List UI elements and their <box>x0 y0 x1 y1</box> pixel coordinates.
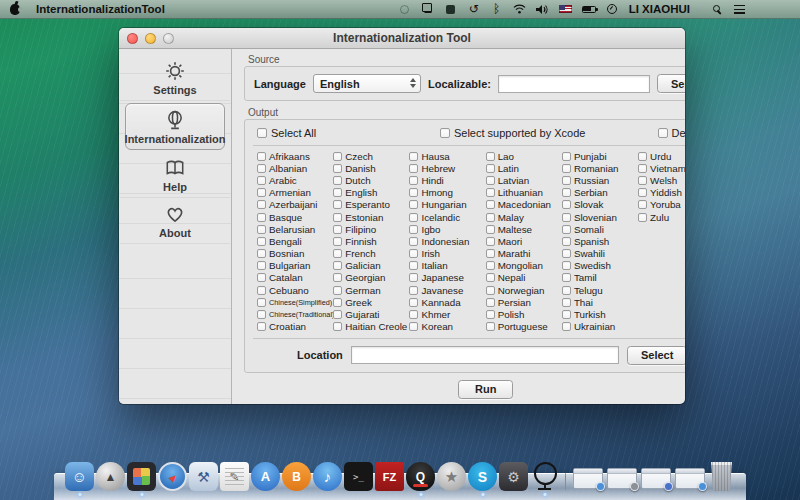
app-menu-title[interactable]: InternationalizationTool <box>36 3 165 15</box>
spotlight-search-icon[interactable] <box>709 2 723 16</box>
checkbox-icon[interactable] <box>333 200 342 209</box>
checkbox-icon[interactable] <box>257 237 266 246</box>
checkbox-icon[interactable] <box>562 286 571 295</box>
checkbox-icon[interactable] <box>409 188 418 197</box>
language-checkbox-hebrew[interactable]: Hebrew <box>409 163 485 174</box>
language-checkbox-italian[interactable]: Italian <box>409 260 485 271</box>
checkbox-icon[interactable] <box>638 213 647 222</box>
checkbox-icon[interactable] <box>257 261 266 270</box>
language-checkbox-icelandic[interactable]: Icelandic <box>409 212 485 223</box>
checkbox-icon[interactable] <box>486 200 495 209</box>
apple-menu-icon[interactable] <box>10 4 20 15</box>
dashboard-dock-icon[interactable] <box>127 462 156 491</box>
language-checkbox-chinese-traditional-[interactable]: Chinese(Traditional) <box>257 310 333 319</box>
language-checkbox-macedonian[interactable]: Macedonian <box>486 199 562 210</box>
checkbox-icon[interactable] <box>257 225 266 234</box>
checkbox-icon[interactable] <box>333 188 342 197</box>
checkbox-icon[interactable] <box>562 200 571 209</box>
language-checkbox-marathi[interactable]: Marathi <box>486 248 562 259</box>
time-machine-icon[interactable]: ↺ <box>467 2 481 16</box>
minimized-window-2[interactable] <box>607 468 637 489</box>
checkbox-icon[interactable] <box>333 286 342 295</box>
language-checkbox-finnish[interactable]: Finnish <box>333 236 409 247</box>
checkbox-icon[interactable] <box>257 176 266 185</box>
checkbox-icon[interactable] <box>638 200 647 209</box>
checkbox-icon[interactable] <box>486 298 495 307</box>
checkbox-icon[interactable] <box>486 188 495 197</box>
language-checkbox-english[interactable]: English <box>333 187 409 198</box>
star-dock-icon[interactable]: ★ <box>437 462 466 491</box>
checkbox-icon[interactable] <box>486 310 495 319</box>
checkbox-icon[interactable] <box>257 273 266 282</box>
language-checkbox-dutch[interactable]: Dutch <box>333 175 409 186</box>
checkbox-icon[interactable] <box>562 298 571 307</box>
checkbox-icon[interactable] <box>257 249 266 258</box>
language-checkbox-welsh[interactable]: Welsh <box>638 175 685 186</box>
language-checkbox-galician[interactable]: Galician <box>333 260 409 271</box>
language-checkbox-danish[interactable]: Danish <box>333 163 409 174</box>
minimized-window-4[interactable] <box>675 468 705 489</box>
finder-dock-icon[interactable]: ☺ <box>65 462 94 491</box>
input-method-icon[interactable] <box>444 2 458 16</box>
user-menu[interactable]: LI XIAOHUI <box>629 3 690 15</box>
language-checkbox-filipino[interactable]: Filipino <box>333 224 409 235</box>
localizable-input[interactable] <box>498 75 650 93</box>
language-checkbox-latin[interactable]: Latin <box>486 163 562 174</box>
language-checkbox-bengali[interactable]: Bengali <box>257 236 333 247</box>
minimized-window-1[interactable] <box>573 468 603 489</box>
checkbox-icon[interactable] <box>562 273 571 282</box>
language-checkbox-afrikaans[interactable]: Afrikaans <box>257 151 333 162</box>
checkbox-icon[interactable] <box>638 188 647 197</box>
language-checkbox-albanian[interactable]: Albanian <box>257 163 333 174</box>
checkbox-icon[interactable] <box>257 286 266 295</box>
checkbox-icon[interactable] <box>562 249 571 258</box>
sidebar-item-help[interactable]: Help <box>120 152 230 198</box>
language-checkbox-igbo[interactable]: Igbo <box>409 224 485 235</box>
checkbox-icon[interactable] <box>257 164 266 173</box>
checkbox-icon[interactable] <box>562 261 571 270</box>
language-checkbox-indonesian[interactable]: Indonesian <box>409 236 485 247</box>
language-checkbox-thai[interactable]: Thai <box>562 297 638 308</box>
language-checkbox-maori[interactable]: Maori <box>486 236 562 247</box>
sidebar-item-about[interactable]: About <box>120 198 230 244</box>
language-checkbox-persian[interactable]: Persian <box>486 297 562 308</box>
checkbox-icon[interactable] <box>562 213 571 222</box>
language-popup[interactable]: English <box>313 74 421 93</box>
language-checkbox-basque[interactable]: Basque <box>257 212 333 223</box>
minimized-window-3[interactable] <box>641 468 671 489</box>
checkbox-icon[interactable] <box>638 176 647 185</box>
appstore-dock-icon[interactable]: A <box>251 462 280 491</box>
checkbox-icon[interactable] <box>333 261 342 270</box>
checkbox-icon[interactable] <box>562 176 571 185</box>
bluetooth-icon[interactable]: ᛒ <box>490 2 504 16</box>
language-checkbox-lithuanian[interactable]: Lithuanian <box>486 187 562 198</box>
checkbox-icon[interactable] <box>440 128 450 138</box>
language-checkbox-hungarian[interactable]: Hungarian <box>409 199 485 210</box>
language-checkbox-spanish[interactable]: Spanish <box>562 236 638 247</box>
checkbox-icon[interactable] <box>409 273 418 282</box>
checkbox-icon[interactable] <box>409 286 418 295</box>
location-select-button[interactable]: Select <box>627 346 685 365</box>
volume-icon[interactable] <box>536 2 550 16</box>
language-checkbox-punjabi[interactable]: Punjabi <box>562 151 638 162</box>
language-checkbox-vietnamese[interactable]: Vietnamese <box>638 163 685 174</box>
language-checkbox-irish[interactable]: Irish <box>409 248 485 259</box>
checkbox-icon[interactable] <box>562 237 571 246</box>
checkbox-icon[interactable] <box>486 322 495 331</box>
language-checkbox-malay[interactable]: Malay <box>486 212 562 223</box>
checkbox-icon[interactable] <box>257 152 266 161</box>
language-checkbox-romanian[interactable]: Romanian <box>562 163 638 174</box>
window-titlebar[interactable]: Internationalization Tool <box>119 28 685 49</box>
language-checkbox-khmer[interactable]: Khmer <box>409 309 485 320</box>
checkbox-icon[interactable] <box>409 298 418 307</box>
language-checkbox-german[interactable]: German <box>333 285 409 296</box>
language-checkbox-estonian[interactable]: Estonian <box>333 212 409 223</box>
language-checkbox-hindi[interactable]: Hindi <box>409 175 485 186</box>
checkbox-icon[interactable] <box>409 200 418 209</box>
language-checkbox-serbian[interactable]: Serbian <box>562 187 638 198</box>
checkbox-icon[interactable] <box>486 273 495 282</box>
checkbox-icon[interactable] <box>257 322 266 331</box>
qq-dock-icon[interactable]: Q <box>406 462 435 491</box>
localizable-select-button[interactable]: Select <box>657 74 685 93</box>
language-checkbox-azerbaijani[interactable]: Azerbaijani <box>257 199 333 210</box>
